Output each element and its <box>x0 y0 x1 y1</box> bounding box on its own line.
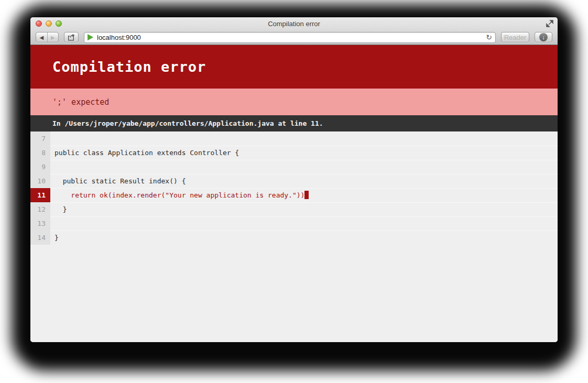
forward-button[interactable]: ▶ <box>48 32 59 42</box>
reload-icon[interactable]: ↻ <box>486 34 492 41</box>
close-button[interactable] <box>36 20 42 27</box>
address-bar[interactable]: localhost:9000 ↻ <box>84 32 496 43</box>
traffic-lights <box>36 17 62 30</box>
share-button[interactable] <box>64 32 79 42</box>
line-source <box>50 216 558 231</box>
line-source: return ok(index.render("Your new applica… <box>50 188 558 202</box>
code-listing: 7 8 public class Application extends Con… <box>30 132 558 245</box>
zoom-button[interactable] <box>56 20 62 27</box>
browser-toolbar: ◀ ▶ localhost:9000 ↻ <box>30 30 558 45</box>
play-favicon-icon <box>88 34 93 40</box>
line-source: public class Application extends Control… <box>50 146 558 160</box>
code-line: 7 <box>30 132 558 146</box>
share-icon <box>68 34 75 41</box>
line-number: 11 <box>30 188 50 202</box>
nav-buttons: ◀ ▶ <box>36 32 59 42</box>
line-source <box>50 132 558 146</box>
line-source: } <box>50 231 558 245</box>
downloads-button[interactable]: ↓ <box>535 32 552 42</box>
line-source <box>50 160 558 174</box>
page-body-empty <box>30 245 558 342</box>
line-number: 8 <box>30 146 50 160</box>
error-location-bar: In /Users/jroper/yabe/app/controllers/Ap… <box>30 115 558 132</box>
back-button[interactable]: ◀ <box>36 32 48 42</box>
line-number: 13 <box>30 216 50 231</box>
code-line: 8 public class Application extends Contr… <box>30 146 558 160</box>
code-line: 9 <box>30 160 558 174</box>
error-heading: Compilation error <box>30 59 206 75</box>
minimize-button[interactable] <box>46 20 52 27</box>
error-banner: Compilation error <box>30 45 558 89</box>
browser-window: Compilation error ◀ ▶ <box>30 17 558 342</box>
error-message: ';' expected <box>30 97 109 107</box>
download-icon: ↓ <box>539 33 548 41</box>
fullscreen-icon[interactable] <box>546 20 553 27</box>
window-titlebar[interactable]: Compilation error <box>30 17 558 30</box>
line-number: 7 <box>30 132 50 146</box>
line-source: } <box>50 202 558 216</box>
code-line: 12 } <box>30 202 558 216</box>
line-number: 10 <box>30 174 50 188</box>
error-cursor <box>304 191 309 199</box>
line-number: 14 <box>30 231 50 245</box>
code-line: 10 public static Result index() { <box>30 174 558 188</box>
address-text[interactable]: localhost:9000 <box>97 34 482 41</box>
line-number: 9 <box>30 160 50 174</box>
code-line: 13 <box>30 216 558 231</box>
line-source: public static Result index() { <box>50 174 558 188</box>
window-title: Compilation error <box>30 20 558 28</box>
error-detail-banner: ';' expected <box>30 89 558 115</box>
line-number: 12 <box>30 202 50 216</box>
code-line: 14 } <box>30 231 558 245</box>
error-location: In /Users/jroper/yabe/app/controllers/Ap… <box>30 119 323 127</box>
code-line: 11 return ok(index.render("Your new appl… <box>30 188 558 202</box>
reader-button[interactable]: Reader <box>501 32 529 42</box>
browser-chrome: Compilation error ◀ ▶ <box>30 17 558 45</box>
screenshot-background: Compilation error ◀ ▶ <box>0 0 588 383</box>
